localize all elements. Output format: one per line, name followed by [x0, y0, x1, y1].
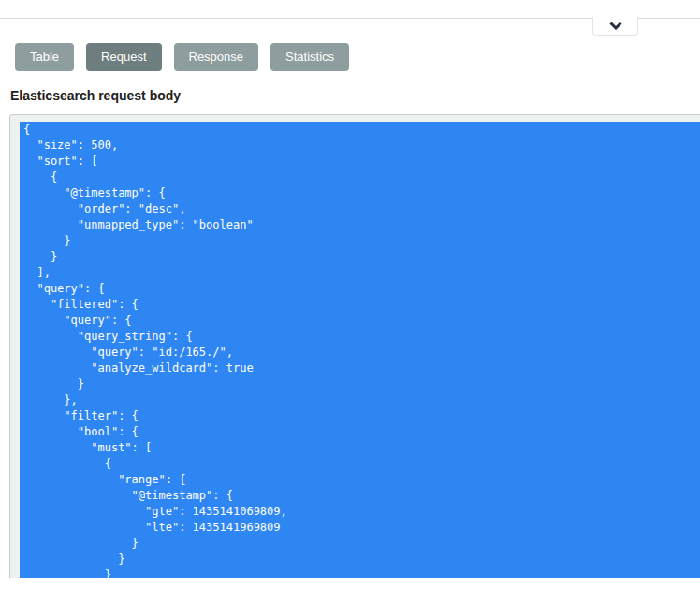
request-body-pre[interactable]: { "size": 500, "sort": [ { "@timestamp":…: [10, 115, 700, 578]
tab-statistics[interactable]: Statistics: [270, 43, 349, 71]
selected-request-body-text: { "size": 500, "sort": [ { "@timestamp":…: [20, 122, 700, 578]
collapse-detail-button[interactable]: [592, 17, 638, 36]
chevron-down-icon: [609, 22, 622, 30]
tab-table[interactable]: Table: [15, 43, 74, 71]
detail-view-tabs: Table Request Response Statistics: [15, 43, 349, 71]
tab-request[interactable]: Request: [86, 43, 161, 71]
tab-response[interactable]: Response: [174, 43, 259, 71]
request-body-codeblock[interactable]: { "size": 500, "sort": [ { "@timestamp":…: [9, 114, 700, 578]
section-title: Elasticsearch request body: [10, 88, 181, 103]
